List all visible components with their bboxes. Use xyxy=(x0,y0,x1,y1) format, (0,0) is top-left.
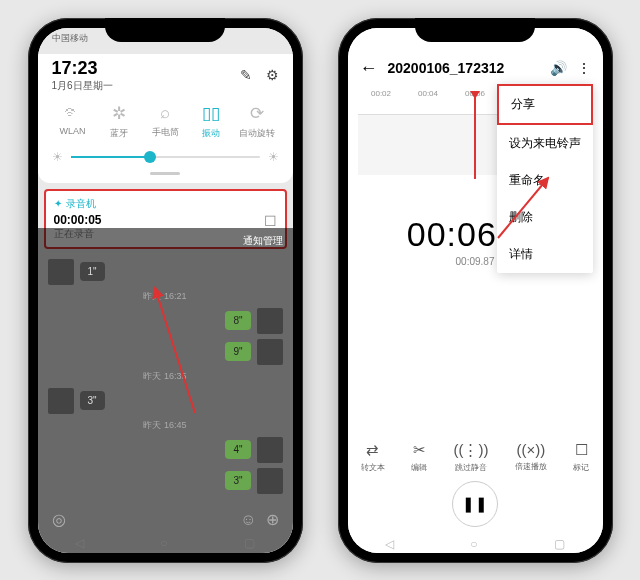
recording-title: 20200106_172312 xyxy=(388,60,540,76)
nav-home-icon[interactable]: ○ xyxy=(160,536,167,550)
tick: 00:02 xyxy=(371,89,391,98)
menu-details[interactable]: 详情 xyxy=(497,236,593,273)
avatar xyxy=(257,339,283,365)
voice-input-icon[interactable]: ◎ xyxy=(52,510,66,529)
avatar xyxy=(257,468,283,494)
notif-app: 录音机 xyxy=(66,197,96,211)
screen-right: ← 20200106_172312 🔊 ⋮ 00:02 00:04 00:06 … xyxy=(348,28,603,553)
rotate-icon: ⟳ xyxy=(234,103,280,124)
voice-msg[interactable]: 1" xyxy=(80,262,105,281)
wifi-icon: ᯤ xyxy=(50,103,96,123)
settings-icon[interactable]: ⚙ xyxy=(266,67,279,83)
nav-back-icon[interactable]: ◁ xyxy=(75,536,84,550)
notch xyxy=(105,18,225,42)
voice-msg[interactable]: 3" xyxy=(225,471,250,490)
speaker-icon[interactable]: 🔊 xyxy=(550,60,567,76)
action-transcribe[interactable]: ⇄转文本 xyxy=(361,441,385,473)
toggle-autorotate[interactable]: ⟳自动旋转 xyxy=(234,103,280,140)
plus-icon[interactable]: ⊕ xyxy=(266,511,279,528)
emoji-icon[interactable]: ☺ xyxy=(240,511,256,528)
voice-msg[interactable]: 8" xyxy=(225,311,250,330)
avatar xyxy=(48,259,74,285)
menu-share[interactable]: 分享 xyxy=(497,84,593,125)
transcribe-icon: ⇄ xyxy=(361,441,385,459)
menu-rename[interactable]: 重命名 xyxy=(497,162,593,199)
bookmark-icon: ☐ xyxy=(573,441,589,459)
action-edit[interactable]: ✂编辑 xyxy=(411,441,427,473)
notch xyxy=(415,18,535,42)
menu-set-ringtone[interactable]: 设为来电铃声 xyxy=(497,125,593,162)
toggle-flashlight[interactable]: ⌕手电筒 xyxy=(142,103,188,140)
chat-background: 通知管理 1" 昨天 16:21 8" 9" 昨天 16:35 3" 昨天 16… xyxy=(38,228,293,553)
voice-msg[interactable]: 4" xyxy=(225,440,250,459)
speed-icon: ((×)) xyxy=(515,441,547,458)
panel-handle[interactable] xyxy=(150,172,180,175)
toggle-vibrate[interactable]: ▯▯振动 xyxy=(188,103,234,140)
phone-left: 中国移动 17:23 1月6日星期一 ✎ ⚙ ᯤWLAN ✲蓝牙 ⌕手电筒 xyxy=(28,18,303,563)
brightness-low-icon: ☀ xyxy=(52,150,63,164)
action-skip-silence[interactable]: ((⋮))跳过静音 xyxy=(453,441,488,473)
bluetooth-icon: ✲ xyxy=(96,103,142,124)
timestamp: 昨天 16:45 xyxy=(48,419,283,432)
flashlight-icon: ⌕ xyxy=(142,103,188,123)
bookmark-icon[interactable]: ☐ xyxy=(264,213,277,229)
brightness-high-icon: ☀ xyxy=(268,150,279,164)
back-button[interactable]: ← xyxy=(360,58,378,79)
nav-back-icon[interactable]: ◁ xyxy=(385,537,394,551)
brightness-slider[interactable] xyxy=(71,156,260,158)
avatar xyxy=(48,388,74,414)
avatar xyxy=(257,437,283,463)
vibrate-icon: ▯▯ xyxy=(188,103,234,124)
recorder-icon: ✦ xyxy=(54,198,62,209)
toggle-bluetooth[interactable]: ✲蓝牙 xyxy=(96,103,142,140)
panel-time: 17:23 xyxy=(52,58,113,79)
nav-recent-icon[interactable]: ▢ xyxy=(554,537,565,551)
nav-home-icon[interactable]: ○ xyxy=(470,537,477,551)
avatar xyxy=(257,308,283,334)
skip-silence-icon: ((⋮)) xyxy=(453,441,488,459)
notification-panel: 17:23 1月6日星期一 ✎ ⚙ ᯤWLAN ✲蓝牙 ⌕手电筒 ▯▯振动 ⟳自… xyxy=(38,54,293,183)
edit-icon[interactable]: ✎ xyxy=(240,67,252,83)
timestamp: 昨天 16:21 xyxy=(48,290,283,303)
more-icon[interactable]: ⋮ xyxy=(577,60,591,76)
action-mark[interactable]: ☐标记 xyxy=(573,441,589,473)
tick: 00:04 xyxy=(418,89,438,98)
record-duration: 00:00:05 xyxy=(54,213,277,227)
phone-right: ← 20200106_172312 🔊 ⋮ 00:02 00:04 00:06 … xyxy=(338,18,613,563)
edit-icon: ✂ xyxy=(411,441,427,459)
notification-manage[interactable]: 通知管理 xyxy=(48,232,283,254)
action-speed[interactable]: ((×))倍速播放 xyxy=(515,441,547,473)
timestamp: 昨天 16:35 xyxy=(48,370,283,383)
context-menu: 分享 设为来电铃声 重命名 删除 详情 xyxy=(497,84,593,273)
voice-msg[interactable]: 3" xyxy=(80,391,105,410)
voice-msg[interactable]: 9" xyxy=(225,342,250,361)
pause-button[interactable]: ❚❚ xyxy=(452,481,498,527)
toggle-wlan[interactable]: ᯤWLAN xyxy=(50,103,96,140)
nav-recent-icon[interactable]: ▢ xyxy=(244,536,255,550)
panel-date: 1月6日星期一 xyxy=(52,79,113,93)
menu-delete[interactable]: 删除 xyxy=(497,199,593,236)
screen-left: 中国移动 17:23 1月6日星期一 ✎ ⚙ ᯤWLAN ✲蓝牙 ⌕手电筒 xyxy=(38,28,293,553)
